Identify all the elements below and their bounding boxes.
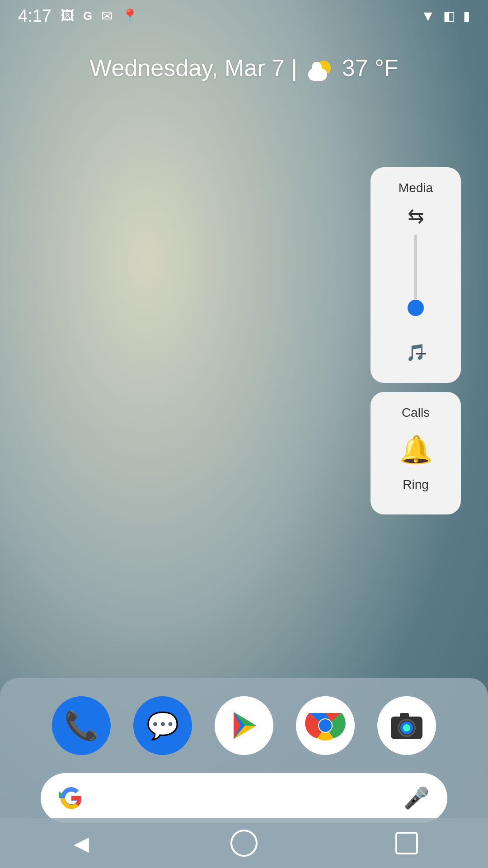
calls-panel: Calls 🔔 Ring xyxy=(371,392,461,514)
volume-panels: Media ⇆ 🎵̶ Calls 🔔 Ring xyxy=(371,167,461,514)
nav-bar: ◀ xyxy=(0,818,488,868)
phone-icon: 📞 xyxy=(64,709,99,742)
date-text: Wednesday, Mar 7 | 37 °F xyxy=(89,55,398,81)
media-panel: Media ⇆ 🎵̶ xyxy=(371,167,461,383)
weather-icon xyxy=(308,58,331,81)
media-slider[interactable] xyxy=(407,235,425,334)
battery-icon: ▮ xyxy=(463,9,470,24)
chrome-app-icon[interactable] xyxy=(296,696,355,755)
photo-icon: 🖼 xyxy=(61,8,74,24)
google-g-icon xyxy=(59,785,84,811)
maps-icon: 📍 xyxy=(122,8,138,24)
date-weather: Wednesday, Mar 7 | 37 °F xyxy=(0,54,488,81)
svg-point-11 xyxy=(403,724,410,731)
music-off-icon[interactable]: 🎵̶ xyxy=(406,343,426,362)
status-right: ▼ ◧ ▮ xyxy=(421,8,470,24)
home-button[interactable] xyxy=(226,825,262,861)
signal-icon: ◧ xyxy=(443,9,455,24)
status-left: 4:17 🖼 G ✉ 📍 xyxy=(18,6,138,26)
status-time: 4:17 xyxy=(18,6,52,26)
music-off-icon-row[interactable]: 🎵̶ xyxy=(406,343,426,362)
separator: | xyxy=(291,55,304,81)
dock-icons: 📞 💬 xyxy=(52,696,436,755)
back-button[interactable]: ◀ xyxy=(63,825,99,861)
date-value: Wednesday, Mar 7 xyxy=(89,55,285,81)
phone-app-icon[interactable]: 📞 xyxy=(52,696,111,755)
camera-icon xyxy=(389,708,425,744)
gmail-icon: ✉ xyxy=(101,8,113,24)
calls-label: Calls xyxy=(402,406,430,420)
messages-app-icon[interactable]: 💬 xyxy=(133,696,192,755)
wifi-icon: ▼ xyxy=(421,8,435,24)
camera-app-icon[interactable] xyxy=(377,696,436,755)
mic-icon[interactable]: 🎤 xyxy=(404,786,429,810)
media-slider-thumb[interactable] xyxy=(408,300,424,316)
back-icon: ◀ xyxy=(74,832,89,855)
recents-icon xyxy=(395,832,418,854)
media-slider-track xyxy=(414,235,417,316)
media-label: Media xyxy=(399,181,433,195)
chrome-icon xyxy=(305,705,346,746)
play-store-app-icon[interactable] xyxy=(215,696,273,755)
search-bar[interactable]: 🎤 xyxy=(41,773,447,823)
svg-rect-12 xyxy=(400,713,409,718)
transfer-icon-row[interactable]: ⇆ xyxy=(408,204,424,227)
messages-icon: 💬 xyxy=(146,710,179,741)
google-icon: G xyxy=(83,9,92,23)
ring-label: Ring xyxy=(403,477,429,492)
transfer-icon[interactable]: ⇆ xyxy=(408,204,424,227)
home-icon xyxy=(230,830,258,857)
svg-point-7 xyxy=(319,719,332,732)
status-bar: 4:17 🖼 G ✉ 📍 ▼ ◧ ▮ xyxy=(0,0,488,32)
temperature: 37 °F xyxy=(342,55,399,81)
play-store-icon xyxy=(228,710,260,741)
bell-icon[interactable]: 🔔 xyxy=(399,434,433,466)
recents-button[interactable] xyxy=(389,825,425,861)
bell-icon-row[interactable]: 🔔 xyxy=(399,429,433,470)
